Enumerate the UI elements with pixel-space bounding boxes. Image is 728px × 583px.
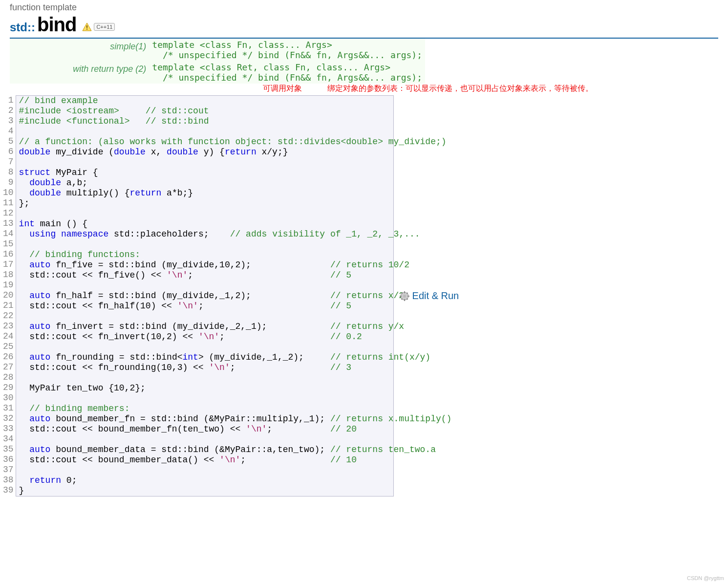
- line-number: 18: [3, 270, 14, 280]
- line-number: 36: [3, 454, 14, 465]
- line-number: 13: [3, 218, 14, 229]
- line-number: 2: [3, 106, 14, 116]
- line-number: 29: [3, 383, 14, 393]
- line-number: 24: [3, 331, 14, 342]
- annotation-args: 绑定对象的参数列表：可以显示传递，也可以用占位对象来表示，等待被传。: [327, 84, 593, 94]
- line-number: 6: [3, 147, 14, 157]
- line-number: 23: [3, 321, 14, 331]
- signature-label-2: with return type (2): [10, 61, 149, 84]
- edit-run-label: Edit & Run: [412, 291, 459, 301]
- page-title: bind: [37, 14, 76, 36]
- line-number: 1: [3, 95, 14, 106]
- cxx11-badge: C++11: [94, 23, 115, 31]
- gear-icon: [400, 291, 409, 301]
- line-number: 25: [3, 342, 14, 352]
- line-number: 5: [3, 136, 14, 147]
- annotation-row: 可调用对象 绑定对象的参数列表：可以显示传递，也可以用占位对象来表示，等待被传。: [10, 84, 718, 93]
- line-number: 12: [3, 208, 14, 218]
- line-number: 26: [3, 352, 14, 362]
- line-gutter: 1234567891011121314151617181920212223242…: [1, 95, 16, 497]
- warning-icon: [82, 22, 92, 31]
- line-number: 14: [3, 229, 14, 239]
- line-number: 28: [3, 372, 14, 383]
- line-number: 33: [3, 424, 14, 434]
- line-number: 11: [3, 198, 14, 208]
- svg-rect-1: [86, 25, 87, 28]
- line-number: 15: [3, 239, 14, 249]
- signature-table: simple(1) template <class Fn, class... A…: [10, 39, 425, 84]
- line-number: 31: [3, 403, 14, 413]
- code-area: 1234567891011121314151617181920212223242…: [1, 95, 718, 497]
- line-number: 22: [3, 311, 14, 321]
- svg-rect-5: [404, 291, 405, 293]
- line-number: 7: [3, 157, 14, 167]
- annotation-callable: 可调用对象: [263, 84, 302, 94]
- line-number: 4: [3, 126, 14, 136]
- line-number: 34: [3, 434, 14, 444]
- line-number: 30: [3, 393, 14, 403]
- line-number: 8: [3, 167, 14, 177]
- line-number: 17: [3, 259, 14, 270]
- line-number: 35: [3, 444, 14, 454]
- svg-rect-7: [400, 296, 402, 297]
- line-number: 10: [3, 188, 14, 198]
- title-badges: C++11: [82, 22, 115, 31]
- signature-label-1: simple(1): [10, 39, 149, 61]
- edit-run-button[interactable]: Edit & Run: [400, 291, 459, 301]
- line-number: 39: [3, 485, 14, 496]
- line-number: 19: [3, 280, 14, 290]
- line-number: 27: [3, 362, 14, 372]
- title-row: std:: bind C++11: [10, 14, 728, 36]
- signature-body-2: template <class Ret, class Fn, class... …: [149, 61, 425, 84]
- svg-rect-8: [407, 296, 409, 297]
- line-number: 3: [3, 116, 14, 126]
- line-number: 21: [3, 301, 14, 311]
- svg-rect-6: [404, 299, 405, 301]
- svg-point-4: [403, 295, 406, 298]
- signature-body-1: template <class Fn, class... Args> /* un…: [149, 39, 425, 61]
- line-number: 37: [3, 465, 14, 475]
- line-number: 9: [3, 177, 14, 188]
- line-number: 16: [3, 249, 14, 259]
- svg-rect-2: [86, 29, 87, 30]
- namespace-prefix: std::: [10, 21, 35, 34]
- line-number: 38: [3, 475, 14, 485]
- code-block: // bind example #include <iostream> // s…: [16, 95, 394, 497]
- line-number: 32: [3, 413, 14, 424]
- header: function template std:: bind C++11: [0, 0, 728, 36]
- page-subtitle: function template: [10, 2, 728, 13]
- line-number: 20: [3, 290, 14, 301]
